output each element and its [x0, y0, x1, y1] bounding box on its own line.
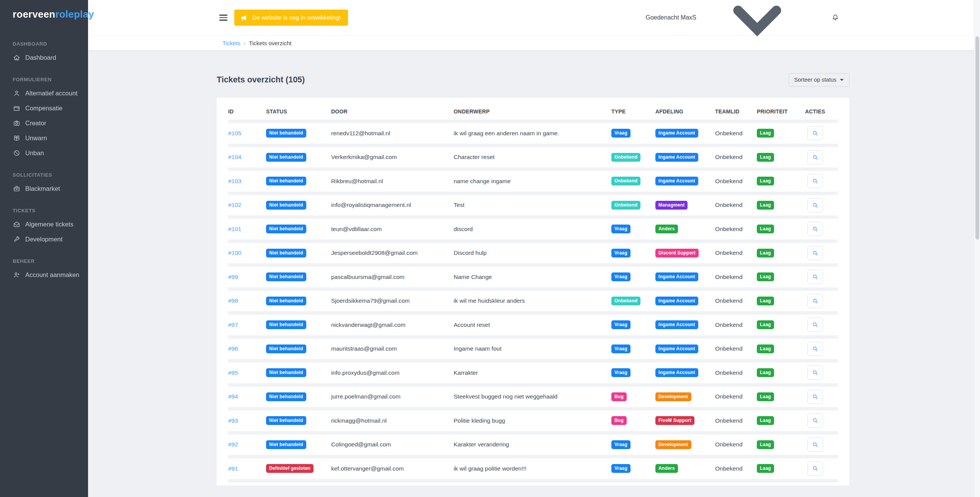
greeting-text: Goedenacht MaxS [645, 14, 696, 21]
onderwerp-text: name change ingame [454, 169, 611, 194]
search-icon [812, 250, 818, 256]
view-ticket-button[interactable] [807, 486, 823, 486]
chevron-down-icon [700, 0, 815, 75]
teamlid-text: Onbekend [715, 265, 757, 289]
sidebar-item-label: Alternatief account [25, 90, 78, 97]
sidebar-item-unban[interactable]: Unban [0, 146, 88, 161]
announcement-banner: De website is nog in ontwikkeling! [234, 10, 348, 26]
view-ticket-button[interactable] [807, 126, 823, 140]
sidebar-item-dashboard[interactable]: Dashboard [0, 50, 88, 65]
ticket-id-link[interactable]: #100 [228, 249, 241, 256]
onderwerp-text: Mijn geboorte datum klopt niet [454, 481, 611, 486]
sidebar-item-algemene-tickets[interactable]: Algemene tickets [0, 217, 88, 232]
ticket-id-link[interactable]: #92 [228, 441, 238, 448]
view-ticket-button[interactable] [807, 318, 823, 332]
app-logo[interactable]: roerveenroleplay [0, 0, 88, 24]
type-badge: Vraag [611, 440, 630, 449]
door-email: kef.ottervanger@gmail.com [331, 457, 454, 481]
sidebar-item-label: Development [25, 236, 62, 243]
status-badge: Niet behandeld [266, 416, 306, 425]
sidebar-item-creator[interactable]: Creator [0, 116, 88, 131]
user-menu[interactable]: Goedenacht MaxS [645, 0, 815, 75]
prioriteit-badge: Laag [757, 416, 774, 425]
view-ticket-button[interactable] [807, 438, 823, 452]
sidebar: roerveenroleplay DASHBOARDDashboardFORMU… [0, 0, 88, 497]
banner-text: De website is nog in ontwikkeling! [252, 14, 341, 21]
view-ticket-button[interactable] [807, 390, 823, 404]
type-badge: Onbekend [611, 153, 640, 162]
view-ticket-button[interactable] [807, 246, 823, 260]
column-header-acties: ACTIES [805, 105, 838, 121]
door-email: Colingoed@gmail.com [331, 433, 454, 457]
search-icon [812, 346, 818, 352]
view-ticket-button[interactable] [807, 150, 823, 164]
ticket-id-link[interactable]: #103 [228, 178, 241, 184]
ticket-id-link[interactable]: #99 [228, 274, 238, 280]
ticket-id-link[interactable]: #102 [228, 202, 241, 208]
ticket-id-link[interactable]: #97 [228, 321, 238, 328]
type-badge: Bug [611, 416, 627, 425]
breadcrumb: Tickets › Tickets overzicht [88, 36, 980, 50]
ticket-id-link[interactable]: #91 [228, 465, 238, 472]
ticket-id-link[interactable]: #104 [228, 154, 241, 160]
ticket-id-link[interactable]: #95 [228, 369, 238, 376]
view-ticket-button[interactable] [807, 413, 823, 428]
status-badge: Niet behandeld [266, 177, 306, 185]
teamlid-text: Onbekend [715, 361, 757, 385]
column-header-door: DOOR [331, 105, 454, 121]
wallet-icon [13, 105, 20, 112]
sidebar-item-label: Creator [25, 120, 46, 127]
ticket-row-104: #104Niet behandeldVerkerkmika@gmail.comC… [228, 145, 838, 169]
ticket-row-92: #92Niet behandeldColingoed@gmail.comKara… [228, 433, 838, 457]
sidebar-item-label: Unwarn [25, 135, 47, 142]
afdeling-badge: Ingame Account [655, 177, 698, 185]
column-header-id: ID [228, 105, 266, 121]
onderwerp-text: Test [454, 193, 611, 217]
door-email: Sjoerdsikkema79@gmail.com [331, 289, 454, 313]
prioriteit-badge: Laag [757, 153, 774, 162]
ticket-id-link[interactable]: #105 [228, 130, 241, 136]
onderwerp-text: Karrakter [454, 361, 611, 385]
afdeling-badge: Ingame Account [655, 320, 698, 329]
ticket-id-link[interactable]: #98 [228, 297, 238, 304]
sidebar-item-development[interactable]: Development [0, 232, 88, 247]
user-plus-icon [13, 271, 20, 279]
view-ticket-button[interactable] [807, 270, 823, 284]
table-body: #105Niet behandeldrenedv112@hotmail.nlik… [228, 121, 838, 486]
sidebar-item-account-aanmaken[interactable]: Account aanmaken [0, 267, 88, 282]
search-icon [812, 130, 818, 136]
view-ticket-button[interactable] [807, 461, 823, 476]
bell-icon[interactable] [831, 13, 840, 22]
sidebar-item-alternatief-account[interactable]: Alternatief account [0, 86, 88, 101]
scrollbar-thumb[interactable] [975, 36, 979, 239]
view-ticket-button[interactable] [807, 222, 823, 236]
ticket-id-link[interactable]: #93 [228, 417, 238, 424]
onderwerp-text: Name Change [454, 265, 611, 289]
ticket-id-link[interactable]: #101 [228, 226, 241, 232]
sidebar-section-label: SOLLICITATIES [0, 169, 88, 181]
afdeling-badge: Anders [655, 464, 678, 473]
breadcrumb-link-tickets[interactable]: Tickets [222, 40, 240, 46]
megaphone-icon [240, 14, 247, 21]
ticket-id-link[interactable]: #96 [228, 345, 238, 352]
view-ticket-button[interactable] [807, 342, 823, 356]
search-icon [812, 274, 818, 280]
ticket-id-link[interactable]: #94 [228, 393, 238, 400]
view-ticket-button[interactable] [807, 198, 823, 212]
sidebar-item-unwarn[interactable]: Unwarn [0, 131, 88, 146]
sidebar-section-tickets: TICKETSAlgemene ticketsDevelopment [0, 205, 88, 247]
ticket-row-94: #94Niet behandeldjurre.poelman@gmail.com… [228, 385, 838, 409]
column-header-status: STATUS [266, 105, 331, 121]
column-header-onderwerp: ONDERWERP [454, 105, 611, 121]
column-header-type: TYPE [611, 105, 655, 121]
sidebar-item-compensatie[interactable]: Compensatie [0, 101, 88, 116]
afdeling-badge: FiveM Support [655, 416, 694, 425]
menu-icon[interactable] [219, 15, 227, 21]
sidebar-item-blackmarket[interactable]: Blackmarket [0, 181, 88, 196]
prioriteit-badge: Laag [757, 297, 774, 305]
view-ticket-button[interactable] [807, 294, 823, 308]
prioriteit-badge: Laag [757, 440, 774, 449]
view-ticket-button[interactable] [807, 366, 823, 380]
view-ticket-button[interactable] [807, 174, 823, 188]
sidebar-item-label: Account aanmaken [25, 271, 79, 279]
